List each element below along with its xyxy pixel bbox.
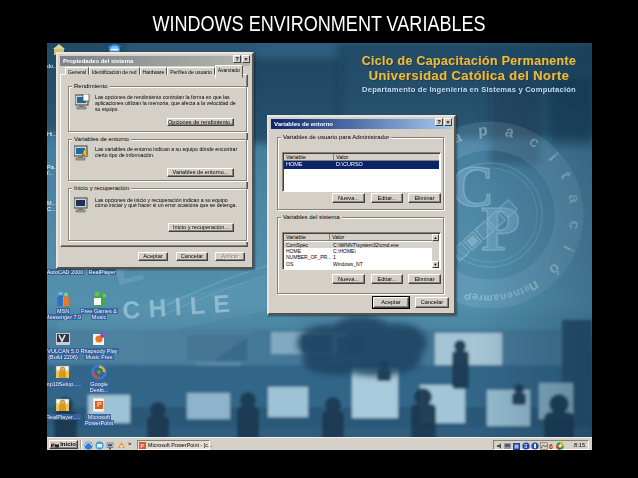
svg-text:P: P: [97, 401, 102, 408]
svg-text:6: 6: [549, 443, 553, 450]
svg-text:P: P: [141, 442, 145, 448]
